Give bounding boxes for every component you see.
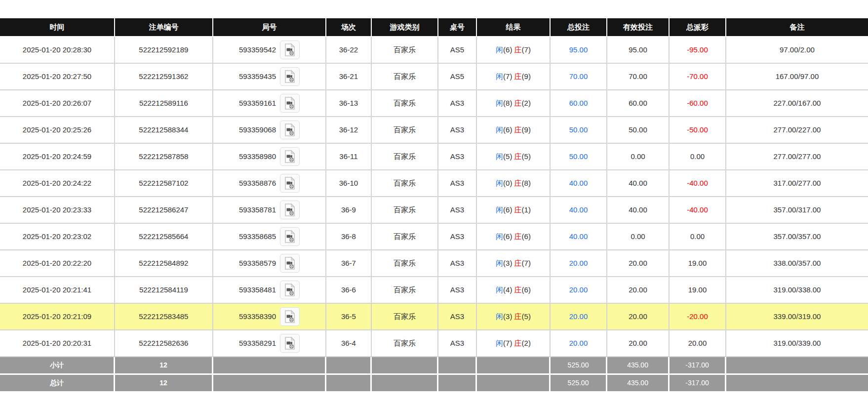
- cell-time: 2025-01-20 20:24:59: [0, 144, 115, 170]
- banker-label: 庄: [514, 152, 522, 161]
- video-record-icon: [283, 336, 296, 350]
- column-header-result: 结果: [477, 18, 551, 37]
- video-replay-button[interactable]: [280, 281, 300, 299]
- cell-payout: -20.00: [670, 304, 726, 330]
- cell-time: 2025-01-20 20:28:30: [0, 37, 115, 64]
- player-label: 闲: [496, 125, 503, 134]
- cell-bet-number: 522212582636: [115, 330, 213, 357]
- cell-payout: -40.00: [670, 170, 726, 197]
- player-score: (4): [503, 285, 512, 294]
- player-score: (6): [503, 205, 512, 214]
- player-score: (3): [503, 312, 512, 321]
- banker-score: (9): [522, 72, 531, 81]
- cell-session: 36-12: [326, 117, 372, 144]
- table-row[interactable]: 2025-01-20 20:27:50522212591362593359435…: [0, 64, 868, 90]
- round-number-group: 593358980: [213, 147, 325, 166]
- video-replay-button[interactable]: [280, 94, 300, 113]
- cell-total-bet: 20.00: [551, 304, 607, 330]
- cell-remark: 339.00/319.00: [726, 304, 868, 330]
- player-label: 闲: [496, 179, 503, 188]
- table-row[interactable]: 2025-01-20 20:24:22522212587102593358876…: [0, 170, 868, 197]
- player-label: 闲: [496, 72, 503, 81]
- table-body: 2025-01-20 20:28:30522212592189593359542…: [0, 37, 868, 357]
- subtotal-row-valid-bet: 435.00: [607, 357, 670, 375]
- cell-total-bet: 40.00: [551, 197, 607, 224]
- column-header-round-number: 局号: [213, 18, 326, 37]
- banker-score: (1): [522, 205, 531, 214]
- cell-time: 2025-01-20 20:21:41: [0, 277, 115, 304]
- cell-remark: 227.00/167.00: [726, 90, 868, 117]
- player-score: (7): [503, 339, 512, 348]
- cell-valid-bet: 20.00: [607, 277, 670, 304]
- subtotal-row-round-number: [213, 357, 326, 375]
- table-row[interactable]: 2025-01-20 20:21:41522212584119593358481…: [0, 277, 868, 304]
- cell-bet-number: 522212586247: [115, 197, 213, 224]
- video-replay-button[interactable]: [280, 254, 300, 273]
- banker-label: 庄: [514, 339, 522, 348]
- video-replay-button[interactable]: [280, 201, 300, 219]
- round-number-text: 593359542: [239, 45, 276, 54]
- banker-label: 庄: [514, 125, 522, 134]
- column-header-bet-number: 注单编号: [115, 18, 213, 37]
- video-replay-button[interactable]: [280, 67, 300, 86]
- table-row[interactable]: 2025-01-20 20:23:33522212586247593358781…: [0, 197, 868, 224]
- subtotal-row-result: [477, 357, 551, 375]
- banker-score: (7): [522, 259, 531, 268]
- table-row[interactable]: 2025-01-20 20:26:07522212589116593359161…: [0, 90, 868, 117]
- player-label: 闲: [496, 152, 503, 161]
- cell-round-number: 593359161: [213, 90, 326, 117]
- cell-bet-number: 522212584119: [115, 277, 213, 304]
- video-record-icon: [283, 256, 296, 270]
- banker-score: (7): [522, 45, 531, 54]
- video-record-icon: [283, 176, 296, 190]
- cell-session: 36-10: [326, 170, 372, 197]
- video-replay-button[interactable]: [280, 121, 300, 139]
- banker-label: 庄: [514, 72, 522, 81]
- video-replay-button[interactable]: [280, 334, 300, 353]
- cell-table-number: AS3: [438, 90, 477, 117]
- round-number-group: 593358781: [213, 201, 325, 219]
- round-number-group: 593359542: [213, 41, 325, 59]
- table-row[interactable]: 2025-01-20 20:25:26522212588344593359068…: [0, 117, 868, 144]
- cell-table-number: AS3: [438, 170, 477, 197]
- player-score: (6): [503, 232, 512, 241]
- column-header-total-bet: 总投注: [551, 18, 607, 37]
- grand-total-row-total-bet: 525.00: [551, 375, 607, 393]
- table-row[interactable]: 2025-01-20 20:22:20522212584892593358579…: [0, 250, 868, 277]
- cell-game-type: 百家乐: [372, 250, 438, 277]
- cell-time: 2025-01-20 20:27:50: [0, 64, 115, 90]
- cell-bet-number: 522212583485: [115, 304, 213, 330]
- video-replay-button[interactable]: [280, 41, 300, 59]
- video-replay-button[interactable]: [280, 147, 300, 166]
- player-label: 闲: [496, 285, 503, 294]
- cell-round-number: 593358579: [213, 250, 326, 277]
- table-summary: 小计12525.00435.00-317.00总计12525.00435.00-…: [0, 357, 868, 393]
- table-row[interactable]: 2025-01-20 20:21:09522212583485593358390…: [0, 304, 868, 330]
- subtotal-row-bet-number: 12: [115, 357, 213, 375]
- cell-session: 36-13: [326, 90, 372, 117]
- cell-table-number: AS3: [438, 197, 477, 224]
- cell-table-number: AS3: [438, 304, 477, 330]
- cell-game-type: 百家乐: [372, 170, 438, 197]
- column-header-remark: 备注: [726, 18, 868, 37]
- cell-remark: 167.00/97.00: [726, 64, 868, 90]
- cell-bet-number: 522212587102: [115, 170, 213, 197]
- video-replay-button[interactable]: [280, 307, 300, 326]
- table-row[interactable]: 2025-01-20 20:28:30522212592189593359542…: [0, 37, 868, 64]
- subtotal-row-session: [326, 357, 372, 375]
- cell-game-type: 百家乐: [372, 304, 438, 330]
- video-replay-button[interactable]: [280, 174, 300, 193]
- video-replay-button[interactable]: [280, 227, 300, 246]
- banker-score: (6): [522, 285, 531, 294]
- table-row[interactable]: 2025-01-20 20:20:31522212582636593358291…: [0, 330, 868, 357]
- grand-total-row-game-type: [372, 375, 438, 393]
- table-row[interactable]: 2025-01-20 20:23:02522212585664593358685…: [0, 224, 868, 250]
- cell-round-number: 593358291: [213, 330, 326, 357]
- table-row[interactable]: 2025-01-20 20:24:59522212587858593358980…: [0, 144, 868, 170]
- cell-table-number: AS3: [438, 144, 477, 170]
- cell-bet-number: 522212585664: [115, 224, 213, 250]
- banker-label: 庄: [514, 99, 522, 108]
- round-number-group: 593359161: [213, 94, 325, 113]
- subtotal-row: 小计12525.00435.00-317.00: [0, 357, 868, 375]
- grand-total-row-session: [326, 375, 372, 393]
